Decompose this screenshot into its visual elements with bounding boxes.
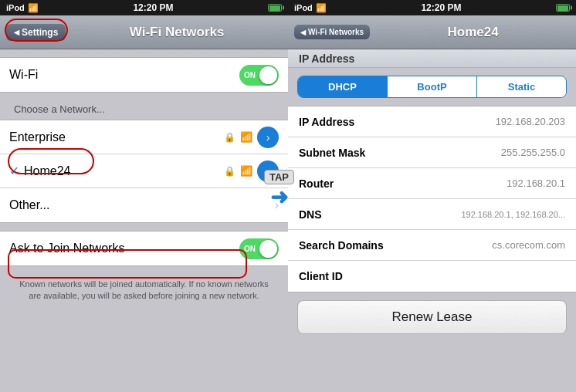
ask-join-group: Ask to Join Networks ON bbox=[0, 231, 288, 266]
left-content: Wi-Fi ON Choose a Network... Enterprise … bbox=[0, 49, 288, 392]
right-time: 12:20 PM bbox=[421, 2, 461, 13]
left-status-left: iPod 📶 bbox=[6, 3, 39, 13]
client-id-row: Client ID bbox=[288, 261, 576, 292]
wifi-row: Wi-Fi ON bbox=[0, 58, 288, 92]
right-nav-title: Home24 bbox=[376, 25, 570, 40]
left-nav-title: Wi-Fi Networks bbox=[72, 25, 282, 40]
right-status-bar: iPod 📶 12:20 PM bbox=[288, 0, 576, 15]
left-device-name: iPod bbox=[6, 3, 25, 12]
enterprise-wifi-icon: 📶 bbox=[240, 131, 252, 143]
dns-value: 192.168.20.1, 192.168.20... bbox=[399, 210, 565, 219]
ask-join-info-text: Known networks will be joined automatica… bbox=[0, 274, 288, 307]
enterprise-icons: 🔒 📶 bbox=[224, 131, 252, 143]
other-label: Other... bbox=[9, 198, 275, 212]
left-wifi-icon: 📶 bbox=[28, 3, 39, 13]
wifi-group: Wi-Fi ON bbox=[0, 57, 288, 93]
home24-checkmark: ✓ bbox=[9, 164, 19, 178]
router-value: 192.168.20.1 bbox=[399, 177, 565, 189]
router-row: Router 192.168.20.1 bbox=[288, 168, 576, 199]
tap-label: TAP bbox=[264, 170, 294, 184]
home24-lock-icon: 🔒 bbox=[224, 166, 235, 177]
choose-network-label: Choose a Network... bbox=[0, 100, 288, 120]
right-panel: iPod 📶 12:20 PM Wi-Fi Networks Home24 IP… bbox=[288, 0, 576, 392]
home24-label: Home24 bbox=[24, 164, 224, 178]
home24-icons: 🔒 📶 bbox=[224, 165, 252, 177]
ask-join-row: Ask to Join Networks ON bbox=[0, 231, 288, 265]
ip-address-label: IP Address bbox=[299, 116, 399, 128]
wifi-networks-back-button[interactable]: Wi-Fi Networks bbox=[294, 25, 370, 39]
tap-indicator: TAP ➜ bbox=[264, 170, 294, 210]
right-nav-bar: Wi-Fi Networks Home24 bbox=[288, 15, 576, 49]
enterprise-label: Enterprise bbox=[9, 130, 224, 144]
left-nav-bar: Settings Wi-Fi Networks bbox=[0, 15, 288, 49]
subnet-mask-value: 255.255.255.0 bbox=[399, 147, 565, 158]
ip-address-row: IP Address 192.168.20.203 bbox=[288, 106, 576, 137]
left-battery-icon bbox=[268, 4, 282, 12]
right-status-left: iPod 📶 bbox=[294, 3, 327, 13]
right-status-right bbox=[556, 4, 570, 12]
subnet-mask-label: Subnet Mask bbox=[299, 147, 399, 159]
ask-join-toggle-knob bbox=[259, 240, 277, 258]
network-row-home24[interactable]: ✓ Home24 🔒 📶 › bbox=[0, 154, 288, 188]
enterprise-lock-icon: 🔒 bbox=[224, 132, 235, 143]
ip-address-section-header: IP Address bbox=[288, 49, 576, 68]
search-domains-value: cs.corecom.com bbox=[399, 239, 565, 251]
right-device-name: iPod bbox=[294, 3, 313, 12]
right-wifi-icon: 📶 bbox=[316, 3, 327, 13]
tap-arrow-icon: ➜ bbox=[270, 184, 288, 210]
search-domains-label: Search Domains bbox=[299, 239, 399, 252]
wifi-toggle-label: ON bbox=[244, 71, 256, 79]
router-label: Router bbox=[299, 177, 399, 190]
networks-group: Enterprise 🔒 📶 › ✓ Home24 🔒 📶 › bbox=[0, 120, 288, 223]
right-battery-icon bbox=[556, 4, 570, 12]
ip-details-table: IP Address 192.168.20.203 Subnet Mask 25… bbox=[288, 106, 576, 292]
dns-row: DNS 192.168.20.1, 192.168.20... bbox=[288, 199, 576, 230]
subnet-mask-row: Subnet Mask 255.255.255.0 bbox=[288, 137, 576, 168]
wifi-toggle-knob bbox=[259, 66, 277, 84]
wifi-label: Wi-Fi bbox=[9, 68, 239, 82]
left-panel: iPod 📶 12:20 PM Settings Wi-Fi Networks … bbox=[0, 0, 288, 392]
dhcp-segment-button[interactable]: DHCP bbox=[298, 76, 387, 97]
settings-back-button[interactable]: Settings bbox=[6, 24, 66, 41]
bootp-segment-button[interactable]: BootP bbox=[387, 76, 476, 97]
network-row-other[interactable]: Other... › bbox=[0, 188, 288, 222]
ip-address-value: 192.168.20.203 bbox=[399, 116, 565, 127]
ask-join-toggle[interactable]: ON bbox=[239, 238, 279, 259]
enterprise-disclosure-button[interactable]: › bbox=[257, 127, 279, 148]
left-status-bar: iPod 📶 12:20 PM bbox=[0, 0, 288, 15]
home24-wifi-icon: 📶 bbox=[240, 165, 252, 177]
wifi-toggle[interactable]: ON bbox=[239, 65, 279, 86]
search-domains-row: Search Domains cs.corecom.com bbox=[288, 230, 576, 261]
left-time: 12:20 PM bbox=[133, 2, 173, 13]
left-status-right bbox=[268, 4, 282, 12]
client-id-label: Client ID bbox=[299, 270, 399, 282]
renew-lease-button[interactable]: Renew Lease bbox=[297, 300, 567, 334]
network-row-enterprise[interactable]: Enterprise 🔒 📶 › bbox=[0, 120, 288, 154]
static-segment-button[interactable]: Static bbox=[476, 76, 566, 97]
ip-segment-control: DHCP BootP Static bbox=[297, 76, 567, 98]
ask-join-toggle-label: ON bbox=[244, 245, 256, 253]
dns-label: DNS bbox=[299, 208, 399, 221]
ask-join-label: Ask to Join Networks bbox=[9, 242, 239, 255]
